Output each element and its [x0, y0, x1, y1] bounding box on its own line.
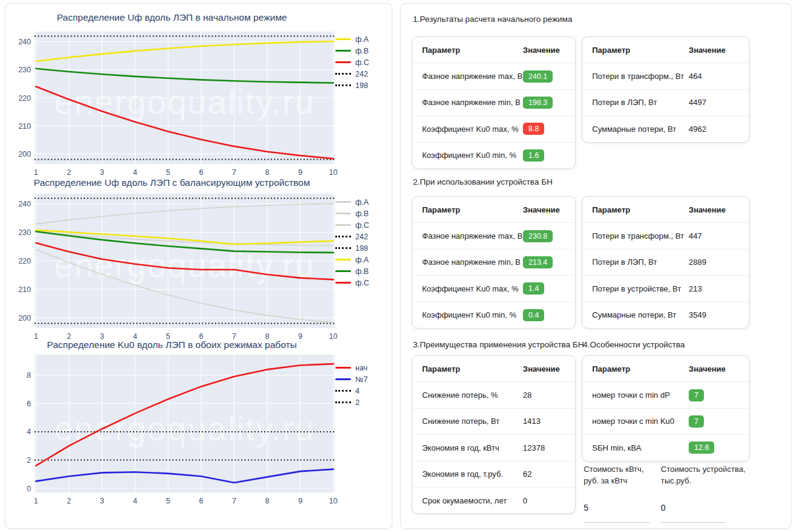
value-header: Значение [689, 205, 726, 214]
cost-kwh-label: Стоимость кВтч, руб. за кВтч [584, 464, 660, 487]
param-cell: Фазное напряжение max, В [422, 72, 523, 81]
param-cell: Коэффициент Ku0 max, % [422, 124, 523, 134]
table-row: Потери в ЛЭП, Вт2889 [582, 249, 749, 275]
legend-label: 198 [355, 244, 368, 253]
legend-label: 198 [355, 81, 368, 90]
line-swatch [335, 50, 351, 52]
param-cell: Фазное напряжение max, В [422, 231, 523, 240]
legend-item: нач [335, 362, 391, 373]
param-cell: Суммарные потери, Вт [592, 124, 689, 134]
svg-text:4: 4 [27, 428, 31, 436]
table-row: Суммарные потери, Вт4962 [582, 115, 749, 142]
value-badge: 1.6 [523, 149, 544, 162]
value-badge: 213.4 [523, 256, 553, 268]
param-header: Параметр [592, 205, 689, 214]
param-cell: Коэффициент Ku0 min, % [422, 151, 523, 160]
value-badge: 8.8 [523, 123, 544, 135]
value-cell: 12378 [523, 443, 545, 452]
line-swatch [335, 201, 351, 203]
line-swatch [335, 213, 351, 214]
value-cell: 1413 [523, 417, 541, 426]
svg-text:5: 5 [166, 168, 170, 177]
value-cell: 0 [523, 496, 527, 505]
chart-canvas: energoquality.ru0246812345678910 [12, 355, 338, 508]
chart-1-legend: ф.Aф.Bф.C242198 [335, 33, 391, 91]
table-row: номер точки с min dP7 [582, 381, 749, 408]
line-swatch [335, 378, 351, 380]
legend-label: 242 [355, 70, 368, 78]
dotted-line-swatch [335, 401, 351, 403]
svg-text:9: 9 [298, 497, 302, 505]
param-header: Параметр [422, 364, 523, 373]
device-cost-input[interactable] [661, 503, 725, 523]
legend-item: ф.C [335, 277, 391, 288]
table-row: Потери в ЛЭП, Вт4497 [582, 89, 749, 115]
line-swatch [335, 61, 351, 63]
param-cell: Суммарные потери, Вт [592, 310, 689, 319]
value-cell: 4497 [689, 98, 706, 107]
legend-item: ф.C [335, 219, 391, 231]
svg-text:3: 3 [100, 168, 104, 177]
legend-item: ф.A [335, 33, 391, 45]
param-cell: Экономия в год, т.руб. [422, 469, 523, 479]
legend-item: 2 [335, 397, 391, 408]
param-cell: Потери в ЛЭП, Вт [592, 257, 689, 267]
legend-item: 4 [335, 385, 391, 397]
dotted-line-swatch [335, 73, 351, 75]
value-badge: 7 [689, 415, 704, 428]
svg-text:7: 7 [232, 497, 236, 505]
param-cell: номер точки с min Ku0 [592, 417, 689, 426]
svg-text:8: 8 [265, 168, 270, 177]
cost-kwh-input[interactable] [584, 503, 650, 523]
cost-kwh-field-group: Стоимость кВтч, руб. за кВтч [584, 464, 660, 523]
svg-text:4: 4 [133, 497, 137, 505]
svg-text:10: 10 [329, 168, 338, 177]
value-cell: 213 [689, 284, 702, 293]
value-header: Значение [689, 46, 726, 55]
value-badge: 1.4 [523, 282, 544, 295]
chart-canvas: energoquality.ru200210220230240123456789… [12, 194, 338, 344]
legend-item: 242 [335, 231, 391, 242]
param-cell: Коэффициент Ku0 min, % [422, 310, 523, 319]
device-features-table: ПараметрЗначениеномер точки с min dP7ном… [582, 355, 749, 462]
legend-label: 4 [355, 387, 360, 395]
svg-text:6: 6 [199, 168, 203, 177]
table-header-row: ПараметрЗначение [582, 356, 749, 381]
table-row: Потери в трансформ., Вт447 [582, 222, 749, 248]
legend-item: №7 [335, 373, 391, 385]
table-row: Коэффициент Ku0 min, %1.6 [412, 142, 575, 168]
legend-label: ф.C [355, 221, 369, 230]
line-swatch [335, 367, 351, 369]
svg-text:1: 1 [34, 497, 38, 505]
param-cell: номер точки с min dP [592, 390, 689, 400]
chart-3-plot: energoquality.ru0246812345678910 [12, 355, 338, 511]
value-cell: 464 [689, 72, 702, 81]
legend-item: ф.B [335, 45, 391, 56]
legend-label: ф.A [355, 198, 369, 206]
dotted-line-swatch [335, 247, 351, 249]
svg-text:240: 240 [18, 200, 31, 208]
value-badge: 230.8 [523, 230, 553, 242]
device-cost-field-group: Стоимость устройства, тыс.руб. [661, 464, 752, 523]
chart-2-plot: energoquality.ru200210220230240123456789… [12, 194, 338, 346]
legend-label: ф.A [355, 35, 369, 44]
svg-text:240: 240 [18, 38, 31, 46]
param-cell: Снижение потерь, Вт [422, 417, 523, 426]
svg-text:8: 8 [27, 371, 31, 380]
legend-item: 242 [335, 68, 391, 80]
svg-text:10: 10 [329, 497, 338, 505]
param-cell: Потери в трансформ., Вт [592, 231, 689, 240]
table-row: Фазное напряжение max, В230.8 [412, 222, 575, 248]
param-cell: Потери в трансформ., Вт [592, 72, 689, 81]
svg-text:2: 2 [67, 168, 71, 177]
section-2-title: 2.При использовании устройства БН [413, 177, 553, 186]
table-row: номер точки с min Ku07 [582, 408, 749, 434]
chart-3-title: Распределение Ku0 вдоль ЛЭП в обоих режи… [10, 339, 333, 350]
svg-text:2: 2 [67, 497, 71, 505]
chart-1-title: Распределение Uф вдоль ЛЭП в начальном р… [10, 12, 333, 23]
svg-text:230: 230 [18, 228, 31, 237]
legend-label: ф.A [355, 256, 369, 264]
legend-label: 242 [355, 233, 368, 241]
legend-label: ф.B [355, 47, 369, 55]
section-4-title: 4.Особенности устройства [583, 340, 684, 349]
